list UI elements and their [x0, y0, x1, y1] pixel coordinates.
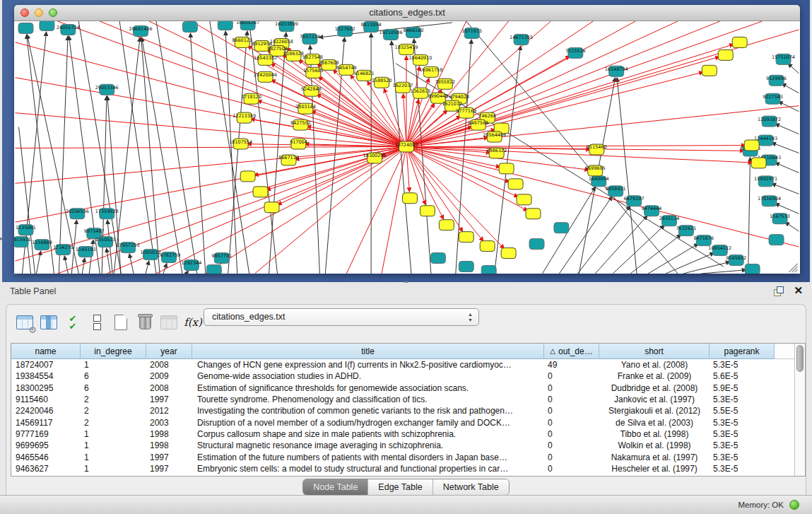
graph-node[interactable]: 1234275 — [53, 245, 73, 255]
graph-node[interactable]: 12213389 — [233, 112, 256, 123]
graph-node[interactable]: 16782759 — [157, 252, 180, 263]
graph-node[interactable]: 7515526 — [565, 47, 586, 58]
column-header-pagerank[interactable]: pagerank — [710, 344, 775, 359]
column-header-short[interactable]: short — [599, 344, 710, 359]
graph-node[interactable]: 9129996 — [766, 75, 787, 86]
graph-node[interactable] — [182, 21, 197, 32]
select-columns-icon[interactable]: ✔✔ — [61, 312, 84, 333]
graph-node[interactable]: 18325419 — [395, 44, 418, 54]
graph-node[interactable]: 10655287 — [236, 21, 259, 30]
network-canvas[interactable]: 2405572420691406106552871603380978572241… — [14, 21, 800, 274]
graph-node[interactable] — [526, 209, 541, 219]
graph-node[interactable]: 16543382 — [254, 54, 277, 65]
graph-node[interactable]: 9777169 — [456, 107, 476, 118]
graph-node[interactable]: 1156869 — [32, 240, 52, 250]
graph-node[interactable] — [240, 171, 255, 182]
graph-node[interactable] — [40, 21, 54, 30]
graph-node[interactable]: 6479197 — [624, 196, 645, 206]
delete-column-icon[interactable] — [134, 312, 156, 333]
graph-node[interactable] — [499, 163, 514, 174]
graph-node[interactable]: 1135061 — [16, 225, 36, 235]
table-row[interactable]: 911546021997Tourette syndrome. Phenomeno… — [11, 394, 794, 405]
graph-node[interactable]: 9699695 — [585, 165, 606, 176]
graph-node[interactable]: 8958921 — [606, 186, 626, 197]
table-row[interactable]: 2242004622012Investigating the contribut… — [11, 405, 794, 416]
graph-node[interactable]: 9474444 — [642, 206, 662, 216]
table-row[interactable]: 969969511998Structural magnetic resonanc… — [11, 440, 794, 451]
graph-node[interactable]: 24055724 — [57, 24, 80, 35]
graph-node[interactable]: 16033809 — [275, 21, 298, 31]
column-header-in_degree[interactable]: in_degree — [81, 344, 146, 359]
graph-node[interactable]: 8427552 — [290, 119, 311, 130]
graph-node[interactable]: 14671355 — [510, 34, 533, 45]
tab-network-table[interactable]: Network Table — [433, 479, 509, 495]
graph-node[interactable] — [529, 239, 544, 250]
graph-node[interactable]: 9115460 — [587, 144, 607, 155]
graph-node[interactable]: 7632621 — [676, 226, 696, 236]
memory-status-indicator[interactable] — [789, 500, 799, 510]
close-panel-icon[interactable]: ✕ — [794, 284, 803, 297]
graph-node[interactable] — [459, 232, 473, 243]
graph-node[interactable] — [253, 187, 268, 197]
graph-node[interactable]: 7955812 — [435, 78, 455, 89]
graph-node[interactable] — [206, 265, 221, 274]
graph-node[interactable]: 1071915 — [461, 28, 482, 38]
table-row[interactable]: 1938455462009Genome-wide association stu… — [11, 370, 794, 382]
table-row[interactable]: 977716911998Corpus callosum shape and si… — [11, 428, 794, 440]
graph-node[interactable]: 20206536 — [66, 209, 89, 219]
graph-node[interactable]: 1588520 — [372, 77, 392, 88]
new-column-icon[interactable] — [110, 312, 132, 333]
graph-node[interactable]: 1167533 — [770, 214, 790, 224]
graph-node[interactable] — [751, 158, 766, 168]
graph-node[interactable]: 17359928 — [95, 209, 119, 219]
table-row[interactable]: 1456911722003Disruption of a novel membe… — [11, 416, 794, 428]
graph-node[interactable] — [403, 193, 418, 204]
table-scrollbar-thumb[interactable] — [796, 345, 804, 372]
tab-node-table[interactable]: Node Table — [303, 479, 368, 495]
graph-node[interactable]: 6497568 — [468, 119, 488, 130]
column-header-out_de[interactable]: △out_de… — [544, 344, 599, 359]
graph-node[interactable]: 1640954 — [589, 176, 609, 187]
graph-node[interactable]: 15892971 — [754, 176, 777, 187]
network-table-select[interactable]: citations_edges.txt ▲▼ — [204, 308, 479, 326]
table-row[interactable]: 1830029562008Estimation of significance … — [11, 382, 794, 394]
network-window-titlebar[interactable]: citations_edges.txt — [14, 5, 800, 21]
function-builder-icon[interactable]: f(x) — [182, 312, 204, 333]
graph-node[interactable]: 3915911 — [14, 237, 31, 247]
graph-node[interactable]: 19218506 — [379, 29, 403, 40]
table-scrollbar[interactable] — [794, 344, 805, 476]
graph-node[interactable] — [18, 23, 33, 33]
graph-node[interactable]: 9245652 — [726, 255, 746, 266]
graph-node[interactable]: 2718120 — [241, 93, 261, 104]
graph-node[interactable]: 8466160 — [404, 27, 424, 37]
graph-node[interactable]: 7857224 — [300, 33, 320, 44]
resize-grip[interactable] — [789, 264, 797, 272]
graph-node[interactable] — [508, 179, 523, 189]
table-row[interactable]: 946554611997Estimation of the future num… — [11, 451, 794, 462]
graph-node[interactable]: 1145193 — [76, 247, 96, 257]
graph-node[interactable]: 1575685 — [303, 67, 324, 78]
graph-node[interactable] — [439, 220, 454, 230]
table-row[interactable]: 946362711997Embryonic stem cells: a mode… — [11, 463, 794, 474]
graph-node[interactable]: 9242848 — [301, 86, 322, 96]
graph-node[interactable] — [732, 37, 747, 47]
graph-node[interactable] — [218, 21, 233, 30]
row-height-icon[interactable] — [86, 312, 108, 333]
graph-node[interactable] — [501, 248, 516, 259]
graph-node[interactable] — [481, 266, 496, 274]
show-column-icon[interactable] — [37, 312, 60, 333]
graph-node[interactable]: 7986322 — [486, 148, 507, 158]
graph-node[interactable]: 16548794 — [605, 66, 628, 76]
graph-node[interactable] — [264, 202, 279, 213]
table-row[interactable]: 1872400712008Changes of HCN gene express… — [11, 359, 794, 370]
graph-node[interactable]: 8186328 — [283, 50, 304, 61]
graph-node[interactable] — [420, 206, 435, 216]
graph-node[interactable]: 8471676 — [693, 235, 714, 246]
graph-node[interactable]: 15751074 — [772, 54, 795, 64]
graph-node[interactable]: 20564486 — [483, 132, 506, 142]
graph-node[interactable] — [745, 264, 760, 274]
tab-edge-table[interactable]: Edge Table — [368, 479, 433, 495]
graph-node[interactable]: 9857791 — [211, 253, 232, 264]
graph-node[interactable]: 16961758 — [419, 66, 442, 77]
graph-node[interactable] — [480, 241, 495, 252]
